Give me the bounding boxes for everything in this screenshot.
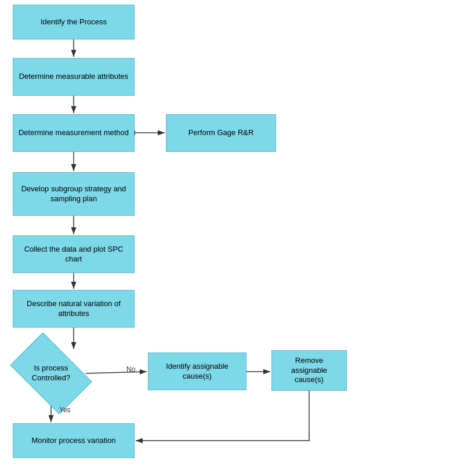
identify-assignable-box: Identify assignable cause(s) bbox=[148, 353, 246, 390]
perform-gage-box: Perform Gage R&R bbox=[166, 114, 276, 152]
is-process-controlled-diamond: Is process Controlled? bbox=[16, 350, 86, 397]
collect-data-box: Collect the data and plot SPC chart bbox=[13, 235, 135, 273]
identify-process-box: Identify the Process bbox=[13, 5, 135, 39]
svg-line-9 bbox=[86, 372, 147, 373]
flowchart: Identify the Process Determine measurabl… bbox=[0, 0, 475, 476]
yes-label: Yes bbox=[59, 406, 71, 414]
remove-assignable-box: Remove assignable cause(s) bbox=[271, 350, 347, 391]
no-label: No bbox=[126, 365, 135, 373]
develop-subgroup-box: Develop subgroup strategy and sampling p… bbox=[13, 172, 135, 216]
monitor-process-box: Monitor process variation bbox=[13, 423, 135, 458]
describe-natural-box: Describe natural variation of attributes bbox=[13, 290, 135, 328]
determine-method-box: Determine measurement method bbox=[13, 114, 135, 152]
determine-measurable-box: Determine measurable attributes bbox=[13, 58, 135, 96]
